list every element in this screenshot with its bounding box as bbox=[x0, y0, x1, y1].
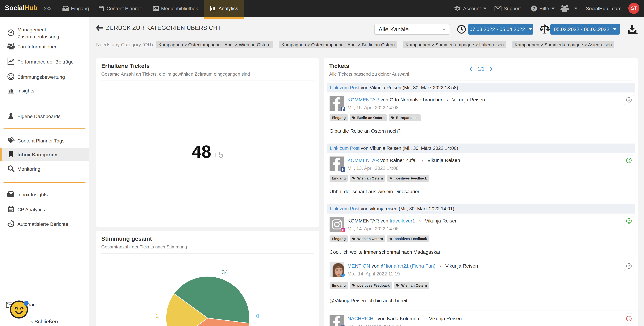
svg-text:2: 2 bbox=[156, 313, 159, 319]
svg-text:?: ? bbox=[532, 6, 535, 11]
svg-text:34: 34 bbox=[222, 269, 228, 275]
svg-text:0: 0 bbox=[256, 313, 259, 319]
